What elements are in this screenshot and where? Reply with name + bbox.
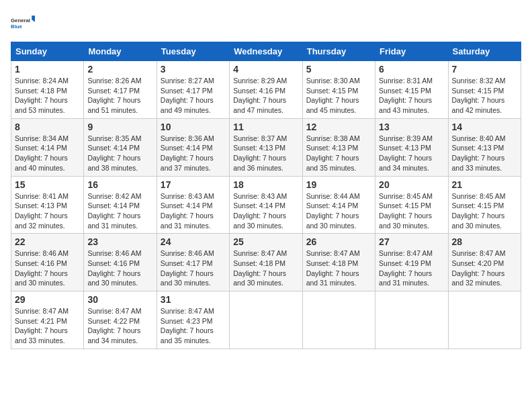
column-header-wednesday: Wednesday bbox=[230, 42, 302, 61]
day-detail: Sunrise: 8:32 AMSunset: 4:15 PMDaylight:… bbox=[452, 77, 506, 114]
column-header-thursday: Thursday bbox=[302, 42, 375, 61]
calendar-week-row: 1Sunrise: 8:24 AMSunset: 4:18 PMDaylight… bbox=[11, 61, 521, 119]
day-detail: Sunrise: 8:35 AMSunset: 4:14 PMDaylight:… bbox=[87, 134, 141, 172]
day-detail: Sunrise: 8:41 AMSunset: 4:13 PMDaylight:… bbox=[15, 192, 69, 230]
logo-svg: General Blue bbox=[11, 11, 35, 35]
day-number: 15 bbox=[15, 179, 80, 190]
day-number: 21 bbox=[452, 179, 517, 190]
calendar-day-cell: 8Sunrise: 8:34 AMSunset: 4:14 PMDaylight… bbox=[11, 118, 84, 176]
column-header-monday: Monday bbox=[84, 42, 157, 61]
day-number: 29 bbox=[15, 294, 80, 305]
day-number: 17 bbox=[161, 179, 226, 190]
day-number: 23 bbox=[87, 236, 152, 247]
day-detail: Sunrise: 8:43 AMSunset: 4:14 PMDaylight:… bbox=[161, 192, 214, 230]
day-number: 24 bbox=[161, 236, 226, 247]
day-number: 3 bbox=[161, 64, 226, 75]
day-detail: Sunrise: 8:38 AMSunset: 4:13 PMDaylight:… bbox=[306, 134, 360, 172]
day-detail: Sunrise: 8:34 AMSunset: 4:14 PMDaylight:… bbox=[15, 134, 69, 172]
empty-cell bbox=[375, 291, 448, 349]
day-number: 16 bbox=[87, 179, 152, 190]
calendar-day-cell: 16Sunrise: 8:42 AMSunset: 4:14 PMDayligh… bbox=[84, 176, 157, 234]
calendar-day-cell: 25Sunrise: 8:47 AMSunset: 4:18 PMDayligh… bbox=[230, 234, 302, 291]
day-number: 26 bbox=[306, 236, 371, 247]
empty-cell bbox=[230, 291, 302, 349]
calendar-day-cell: 28Sunrise: 8:47 AMSunset: 4:20 PMDayligh… bbox=[448, 234, 521, 291]
calendar-week-row: 22Sunrise: 8:46 AMSunset: 4:16 PMDayligh… bbox=[11, 234, 521, 291]
day-number: 27 bbox=[379, 236, 444, 247]
day-number: 31 bbox=[161, 294, 226, 305]
calendar-day-cell: 10Sunrise: 8:36 AMSunset: 4:14 PMDayligh… bbox=[157, 118, 229, 176]
day-detail: Sunrise: 8:45 AMSunset: 4:15 PMDaylight:… bbox=[379, 192, 433, 230]
calendar-day-cell: 11Sunrise: 8:37 AMSunset: 4:13 PMDayligh… bbox=[230, 118, 302, 176]
day-number: 20 bbox=[379, 179, 444, 190]
calendar-day-cell: 9Sunrise: 8:35 AMSunset: 4:14 PMDaylight… bbox=[84, 118, 157, 176]
calendar-day-cell: 27Sunrise: 8:47 AMSunset: 4:19 PMDayligh… bbox=[375, 234, 448, 291]
day-detail: Sunrise: 8:46 AMSunset: 4:17 PMDaylight:… bbox=[161, 249, 214, 287]
day-number: 18 bbox=[233, 179, 298, 190]
column-header-friday: Friday bbox=[375, 42, 448, 61]
day-detail: Sunrise: 8:47 AMSunset: 4:20 PMDaylight:… bbox=[452, 249, 506, 287]
day-number: 28 bbox=[452, 236, 517, 247]
calendar-table: SundayMondayTuesdayWednesdayThursdayFrid… bbox=[11, 42, 521, 349]
day-detail: Sunrise: 8:47 AMSunset: 4:21 PMDaylight:… bbox=[15, 307, 69, 345]
svg-marker-2 bbox=[32, 15, 35, 22]
calendar-week-row: 29Sunrise: 8:47 AMSunset: 4:21 PMDayligh… bbox=[11, 291, 521, 349]
day-detail: Sunrise: 8:40 AMSunset: 4:13 PMDaylight:… bbox=[452, 134, 506, 172]
day-detail: Sunrise: 8:43 AMSunset: 4:14 PMDaylight:… bbox=[233, 192, 287, 230]
calendar-day-cell: 29Sunrise: 8:47 AMSunset: 4:21 PMDayligh… bbox=[11, 291, 84, 349]
day-number: 19 bbox=[306, 179, 371, 190]
calendar-day-cell: 3Sunrise: 8:27 AMSunset: 4:17 PMDaylight… bbox=[157, 61, 229, 119]
day-number: 22 bbox=[15, 236, 80, 247]
day-number: 6 bbox=[379, 64, 444, 75]
empty-cell bbox=[302, 291, 375, 349]
calendar-header-row: SundayMondayTuesdayWednesdayThursdayFrid… bbox=[11, 42, 521, 61]
day-detail: Sunrise: 8:45 AMSunset: 4:15 PMDaylight:… bbox=[452, 192, 506, 230]
column-header-sunday: Sunday bbox=[11, 42, 84, 61]
day-detail: Sunrise: 8:37 AMSunset: 4:13 PMDaylight:… bbox=[233, 134, 287, 172]
day-number: 11 bbox=[233, 122, 298, 132]
calendar-week-row: 15Sunrise: 8:41 AMSunset: 4:13 PMDayligh… bbox=[11, 176, 521, 234]
day-detail: Sunrise: 8:46 AMSunset: 4:16 PMDaylight:… bbox=[15, 249, 69, 287]
day-detail: Sunrise: 8:36 AMSunset: 4:14 PMDaylight:… bbox=[161, 134, 214, 172]
calendar-day-cell: 30Sunrise: 8:47 AMSunset: 4:22 PMDayligh… bbox=[84, 291, 157, 349]
calendar-day-cell: 15Sunrise: 8:41 AMSunset: 4:13 PMDayligh… bbox=[11, 176, 84, 234]
day-detail: Sunrise: 8:46 AMSunset: 4:16 PMDaylight:… bbox=[87, 249, 141, 287]
day-detail: Sunrise: 8:29 AMSunset: 4:16 PMDaylight:… bbox=[233, 77, 287, 114]
day-number: 9 bbox=[87, 122, 152, 132]
calendar-day-cell: 23Sunrise: 8:46 AMSunset: 4:16 PMDayligh… bbox=[84, 234, 157, 291]
empty-cell bbox=[448, 291, 521, 349]
day-number: 25 bbox=[233, 236, 298, 247]
page-header: General Blue bbox=[11, 11, 521, 35]
day-number: 1 bbox=[15, 64, 80, 75]
calendar-day-cell: 12Sunrise: 8:38 AMSunset: 4:13 PMDayligh… bbox=[302, 118, 375, 176]
day-number: 5 bbox=[306, 64, 371, 75]
day-number: 4 bbox=[233, 64, 298, 75]
calendar-day-cell: 7Sunrise: 8:32 AMSunset: 4:15 PMDaylight… bbox=[448, 61, 521, 119]
day-number: 7 bbox=[452, 64, 517, 75]
svg-text:Blue: Blue bbox=[11, 24, 23, 30]
calendar-day-cell: 2Sunrise: 8:26 AMSunset: 4:17 PMDaylight… bbox=[84, 61, 157, 119]
day-detail: Sunrise: 8:47 AMSunset: 4:22 PMDaylight:… bbox=[87, 307, 141, 345]
day-number: 10 bbox=[161, 122, 226, 132]
calendar-day-cell: 4Sunrise: 8:29 AMSunset: 4:16 PMDaylight… bbox=[230, 61, 302, 119]
day-detail: Sunrise: 8:31 AMSunset: 4:15 PMDaylight:… bbox=[379, 77, 433, 114]
day-detail: Sunrise: 8:47 AMSunset: 4:23 PMDaylight:… bbox=[161, 307, 214, 345]
calendar-day-cell: 19Sunrise: 8:44 AMSunset: 4:14 PMDayligh… bbox=[302, 176, 375, 234]
day-number: 2 bbox=[87, 64, 152, 75]
calendar-day-cell: 24Sunrise: 8:46 AMSunset: 4:17 PMDayligh… bbox=[157, 234, 229, 291]
calendar-day-cell: 18Sunrise: 8:43 AMSunset: 4:14 PMDayligh… bbox=[230, 176, 302, 234]
calendar-day-cell: 14Sunrise: 8:40 AMSunset: 4:13 PMDayligh… bbox=[448, 118, 521, 176]
calendar-week-row: 8Sunrise: 8:34 AMSunset: 4:14 PMDaylight… bbox=[11, 118, 521, 176]
column-header-saturday: Saturday bbox=[448, 42, 521, 61]
logo: General Blue bbox=[11, 11, 35, 35]
day-detail: Sunrise: 8:39 AMSunset: 4:13 PMDaylight:… bbox=[379, 134, 433, 172]
day-detail: Sunrise: 8:27 AMSunset: 4:17 PMDaylight:… bbox=[161, 77, 214, 114]
calendar-day-cell: 26Sunrise: 8:47 AMSunset: 4:18 PMDayligh… bbox=[302, 234, 375, 291]
calendar-day-cell: 31Sunrise: 8:47 AMSunset: 4:23 PMDayligh… bbox=[157, 291, 229, 349]
calendar-day-cell: 13Sunrise: 8:39 AMSunset: 4:13 PMDayligh… bbox=[375, 118, 448, 176]
day-detail: Sunrise: 8:24 AMSunset: 4:18 PMDaylight:… bbox=[15, 77, 69, 114]
calendar-day-cell: 17Sunrise: 8:43 AMSunset: 4:14 PMDayligh… bbox=[157, 176, 229, 234]
day-number: 13 bbox=[379, 122, 444, 132]
day-detail: Sunrise: 8:47 AMSunset: 4:18 PMDaylight:… bbox=[233, 249, 287, 287]
calendar-day-cell: 5Sunrise: 8:30 AMSunset: 4:15 PMDaylight… bbox=[302, 61, 375, 119]
